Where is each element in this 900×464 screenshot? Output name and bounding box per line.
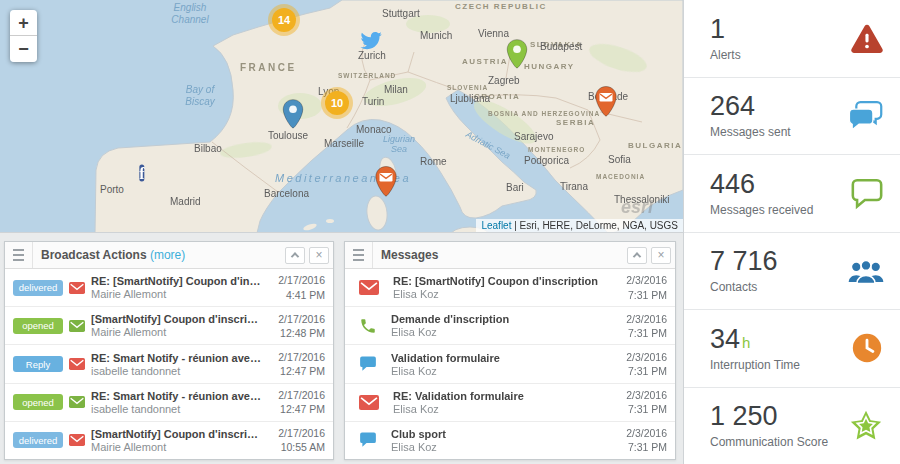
broadcast-row-time: 12:48 PM <box>269 326 325 340</box>
message-row-time: 7:31 PM <box>611 326 667 340</box>
alerts-value: 1 <box>710 15 850 45</box>
pin-marker-hungary[interactable] <box>506 38 529 71</box>
cluster-count: 10 <box>325 91 349 115</box>
message-row-time: 7:31 PM <box>611 440 667 454</box>
star-icon <box>848 408 884 444</box>
mail-icon <box>359 280 379 295</box>
alert-icon <box>850 21 884 55</box>
message-row-date: 2/3/2016 <box>611 350 667 364</box>
broadcast-row[interactable]: opened RE: Smart Notify - réunion avec C… <box>5 384 333 422</box>
map-zoom-control: + − <box>10 10 37 62</box>
broadcast-actions-panel: Broadcast Actions (more) × delivered RE:… <box>4 241 334 460</box>
stat-messages-received[interactable]: 446 Messages received <box>684 155 900 233</box>
broadcast-row-sender: Mairie Allemont <box>91 288 263 300</box>
broadcast-more-link[interactable]: (more) <box>150 248 185 262</box>
status-badge: Reply <box>13 356 63 372</box>
broadcast-panel-header: Broadcast Actions (more) × <box>5 242 333 269</box>
stat-contacts[interactable]: 7 716 Contacts <box>684 233 900 311</box>
broadcast-row-date: 2/17/2016 <box>269 426 325 440</box>
mail-pin-icon <box>374 165 398 199</box>
alerts-label: Alerts <box>710 48 850 62</box>
map-zoom-out-button[interactable]: − <box>10 36 37 62</box>
message-row-title: Club sport <box>391 428 605 440</box>
broadcast-row-date: 2/17/2016 <box>269 273 325 287</box>
panel-menu-icon[interactable] <box>345 242 373 268</box>
message-row[interactable]: RE: Validation formulaireElisa Koz 2/3/2… <box>345 384 675 422</box>
facebook-marker[interactable]: f <box>139 163 144 184</box>
broadcast-panel-title: Broadcast Actions <box>41 248 147 262</box>
phone-icon <box>359 317 377 335</box>
cluster-count: 14 <box>272 8 296 32</box>
close-icon[interactable]: × <box>309 247 329 264</box>
close-icon[interactable]: × <box>651 247 671 264</box>
status-badge: delivered <box>13 432 63 448</box>
message-row[interactable]: Validation formulaireElisa Koz 2/3/20167… <box>345 345 675 383</box>
interruption-time-value: 34h <box>710 325 850 355</box>
stat-communication-score[interactable]: 1 250 Communication Score <box>684 388 900 464</box>
broadcast-row-sender: Mairie Allemont <box>91 441 263 453</box>
messages-rows: RE: [SmartNotify] Coupon d'inscriptionEl… <box>345 269 675 459</box>
message-row-sender: Elisa Koz <box>393 403 605 415</box>
contacts-label: Contacts <box>710 280 848 294</box>
mail-pin-marker-belgrade[interactable] <box>594 85 618 119</box>
mail-icon <box>359 395 379 410</box>
interruption-time-number: 34 <box>710 324 740 354</box>
mail-icon <box>69 396 85 408</box>
collapse-button[interactable] <box>627 247 647 264</box>
broadcast-row-title: [SmartNotify] Coupon d'inscription <box>91 313 263 325</box>
message-row-date: 2/3/2016 <box>611 312 667 326</box>
message-row-title: Validation formulaire <box>391 352 605 364</box>
message-row-date: 2/3/2016 <box>611 273 667 287</box>
collapse-button[interactable] <box>285 247 305 264</box>
message-row[interactable]: Demande d'inscriptionElisa Koz 2/3/20167… <box>345 307 675 345</box>
mail-icon <box>69 358 85 370</box>
messages-received-label: Messages received <box>710 203 850 217</box>
stat-alerts[interactable]: 1 Alerts <box>684 0 900 78</box>
broadcast-row-sender: isabelle tandonnet <box>91 365 263 377</box>
broadcast-row[interactable]: delivered RE: [SmartNotify] Coupon d'ins… <box>5 269 333 307</box>
map-pin-icon <box>506 38 529 71</box>
communication-score-label: Communication Score <box>710 435 848 449</box>
message-row-sender: Elisa Koz <box>391 365 605 377</box>
message-row-title: RE: [SmartNotify] Coupon d'inscription <box>393 275 605 287</box>
map-zoom-in-button[interactable]: + <box>10 10 37 36</box>
map[interactable]: FRANCE SWITZERLAND AUSTRIA HUNGARY SLOVA… <box>0 0 683 233</box>
dashboard: FRANCE SWITZERLAND AUSTRIA HUNGARY SLOVA… <box>0 0 900 464</box>
interruption-time-unit: h <box>742 334 750 351</box>
broadcast-row-time: 12:47 PM <box>269 364 325 378</box>
panel-menu-icon[interactable] <box>5 242 33 268</box>
stat-interruption-time[interactable]: 34h Interruption Time <box>684 310 900 388</box>
broadcast-row[interactable]: delivered [SmartNotify] Coupon d'inscrip… <box>5 422 333 459</box>
message-row-sender: Elisa Koz <box>391 441 605 453</box>
contacts-value: 7 716 <box>710 247 848 277</box>
stat-messages-sent[interactable]: 264 Messages sent <box>684 78 900 156</box>
broadcast-row[interactable]: opened [SmartNotify] Coupon d'inscriptio… <box>5 307 333 345</box>
mail-icon <box>69 282 85 294</box>
cluster-marker-14[interactable]: 14 <box>268 4 300 36</box>
cluster-marker-10[interactable]: 10 <box>321 87 353 119</box>
chat-icon <box>359 431 377 449</box>
message-row-date: 2/3/2016 <box>611 426 667 440</box>
message-row[interactable]: RE: [SmartNotify] Coupon d'inscriptionEl… <box>345 269 675 307</box>
broadcast-row-date: 2/17/2016 <box>269 388 325 402</box>
broadcast-row-sender: isabelle tandonnet <box>91 403 263 415</box>
leaflet-link[interactable]: Leaflet <box>481 220 511 231</box>
broadcast-row-time: 4:41 PM <box>269 288 325 302</box>
broadcast-row[interactable]: Reply RE: Smart Notify - réunion avec Ch… <box>5 345 333 383</box>
broadcast-row-sender: Mairie Allemont <box>91 326 263 338</box>
broadcast-row-title: RE: Smart Notify - réunion avec Christia… <box>91 352 263 364</box>
message-row[interactable]: Club sportElisa Koz 2/3/20167:31 PM <box>345 422 675 459</box>
twitter-marker[interactable] <box>360 30 383 53</box>
pin-marker-toulouse[interactable] <box>282 98 305 131</box>
chat-bubbles-icon <box>848 99 884 133</box>
message-row-title: Demande d'inscription <box>391 313 605 325</box>
mail-icon <box>69 320 85 332</box>
esri-watermark: esri <box>621 197 653 218</box>
mail-pin-marker-corsica[interactable] <box>374 165 398 199</box>
broadcast-row-time: 10:55 AM <box>269 440 325 454</box>
clock-icon <box>850 331 884 365</box>
twitter-icon <box>360 30 383 53</box>
status-badge: delivered <box>13 280 63 296</box>
interruption-time-label: Interruption Time <box>710 358 850 372</box>
messages-panel: Messages × RE: [SmartNotify] Coupon d'in… <box>344 241 676 460</box>
